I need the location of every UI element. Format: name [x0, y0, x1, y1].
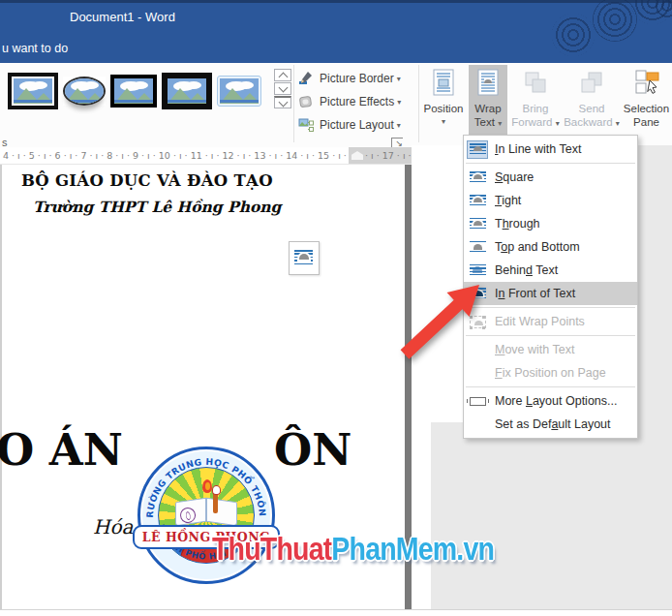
- doc-header-line2: Trường THPT Lê Hồng Phong: [33, 198, 281, 216]
- tight-icon: [468, 193, 487, 209]
- dropdown-arrow-icon: ▾: [556, 119, 560, 128]
- picture-style-soft-edge-rectangle[interactable]: [217, 76, 261, 107]
- bring-forward-button: Bring Forward ▾: [509, 65, 562, 140]
- picture-style-frame: [8, 73, 58, 109]
- menu-separator: [466, 163, 635, 164]
- gallery-scroll-controls: [274, 69, 291, 109]
- doc-subject-text: Hóa: [93, 515, 133, 539]
- selection-pane-label-1: Selection: [621, 102, 672, 115]
- landscape-preview-image: [220, 78, 259, 104]
- position-button[interactable]: Position ▾: [420, 65, 467, 140]
- right-indent-marker[interactable]: [351, 151, 363, 160]
- picture-style-metal-oval[interactable]: [63, 77, 106, 106]
- picture-style-frame: [162, 73, 212, 109]
- menu-item-label: More Layout Options...: [495, 394, 617, 408]
- horizontal-ruler[interactable]: 4 · ı · 5 · ı · 6 · ı · 7 · ı · 8 · ı · …: [0, 147, 419, 165]
- send-backward-label-1: Send: [564, 102, 620, 115]
- chevron-up-icon: [279, 73, 289, 82]
- landscape-preview-image: [114, 78, 153, 104]
- menu-item-label: In Line with Text: [495, 142, 581, 156]
- selection-pane-button[interactable]: Selection Pane: [621, 65, 672, 140]
- more-layout-options-icon: [468, 393, 487, 410]
- bring-forward-label-1: Bring: [509, 102, 562, 115]
- wrap-text-icon: [469, 69, 507, 102]
- status-bar: [0, 609, 672, 616]
- menu-item-through[interactable]: Through: [464, 212, 637, 235]
- menu-icon-spacer: [468, 416, 487, 433]
- picture-style-simple-frame-white[interactable]: [8, 73, 58, 109]
- wrap-text-mini-icon: [294, 250, 313, 264]
- bring-forward-icon: [509, 69, 562, 102]
- picture-border-icon: [298, 71, 314, 86]
- menu-item-more-layout-options[interactable]: More Layout Options...: [464, 389, 637, 413]
- gallery-more-button[interactable]: [274, 96, 291, 108]
- ruler-margin-area: · ı · 17 · ı · 18 ·: [349, 147, 419, 164]
- titlebar: Document1 - Word u want to do: [0, 0, 672, 63]
- picture-style-double-frame-black[interactable]: [110, 75, 157, 108]
- in-line-with-text-icon: [468, 141, 487, 158]
- site-watermark: ThuThuatPhanMem.vn: [212, 530, 494, 568]
- picture-style-frame: [217, 76, 261, 107]
- picture-effects-label: Picture Effects: [320, 95, 394, 108]
- svg-text:TRƯỜNG TRUNG HỌC PHỔ THÔNG: TRƯỜNG TRUNG HỌC PHỔ THÔNG: [137, 447, 268, 518]
- layout-options-float-button[interactable]: [289, 241, 320, 275]
- menu-item-label: Edit Wrap Points: [495, 315, 585, 328]
- picture-style-simple-frame-black[interactable]: [162, 73, 212, 109]
- menu-item-label: Behind Text: [495, 263, 558, 277]
- tell-me-box-partial[interactable]: u want to do: [2, 42, 68, 55]
- picture-border-button[interactable]: Picture Border ▾: [298, 69, 401, 88]
- selection-pane-label-2: Pane: [621, 115, 672, 129]
- send-backward-icon: [564, 69, 620, 102]
- selection-pane-icon: [621, 69, 672, 102]
- ribbon-separator: [418, 65, 419, 142]
- menu-item-in-line-with-text[interactable]: In Line with Text: [464, 138, 637, 161]
- menu-item-square[interactable]: Square: [464, 166, 637, 189]
- menu-item-label: Top and Bottom: [495, 240, 580, 254]
- window-title: Document1 - Word: [70, 10, 175, 24]
- wrap-text-button[interactable]: Wrap Text ▾: [469, 65, 507, 140]
- send-backward-label-2: Backward: [564, 116, 613, 128]
- picture-style-frame: [110, 75, 157, 108]
- landscape-preview-image: [168, 78, 206, 104]
- red-annotation-arrow: [390, 269, 497, 376]
- square-icon: [468, 169, 487, 186]
- picture-layout-icon: [298, 117, 314, 133]
- picture-effects-button[interactable]: Picture Effects ▾: [298, 92, 401, 111]
- landscape-preview-image: [14, 78, 52, 104]
- ruler-ticks-left: 4 · ı · 5 · ı · 6 · ı · 7 · ı · 8 · ı · …: [3, 150, 349, 161]
- menu-item-label: Move with Text: [495, 343, 574, 356]
- watermark-red-part: ThuThuat: [212, 530, 331, 567]
- picture-border-label: Picture Border: [320, 72, 394, 85]
- word-window: Document1 - Word u want to do: [0, 0, 672, 616]
- menu-item-label: Through: [495, 217, 540, 231]
- through-icon: [468, 216, 487, 232]
- menu-item-label: Tight: [495, 194, 521, 207]
- chevron-down-icon: [279, 98, 289, 108]
- doc-big-text-right: ÔN: [274, 424, 351, 476]
- wrap-text-label-2: Text: [474, 116, 495, 128]
- menu-item-label: Square: [495, 170, 534, 184]
- decorative-circles-icon: [593, 0, 637, 42]
- menu-item-label: Set as Default Layout: [495, 417, 611, 431]
- position-icon: [420, 69, 467, 102]
- dropdown-arrow-icon: ▾: [397, 121, 401, 130]
- menu-separator: [466, 386, 635, 387]
- top-and-bottom-icon: [468, 239, 487, 256]
- wrap-text-label-1: Wrap: [469, 102, 507, 115]
- bring-forward-label-2: Forward: [511, 116, 552, 128]
- menu-item-label: Fix Position on Page: [495, 366, 606, 380]
- send-backward-button: Send Backward ▾: [564, 65, 620, 140]
- ribbon-separator: [293, 65, 294, 142]
- picture-layout-label: Picture Layout: [320, 118, 394, 132]
- picture-layout-button[interactable]: Picture Layout ▾: [298, 115, 401, 135]
- dropdown-arrow-icon: ▾: [498, 119, 502, 128]
- menu-item-set-as-default-layout[interactable]: Set as Default Layout: [464, 413, 637, 436]
- gallery-scroll-down-button[interactable]: [274, 82, 291, 95]
- landscape-preview-image: [65, 78, 104, 104]
- chevron-down-icon: [279, 83, 289, 93]
- gallery-scroll-up-button[interactable]: [274, 69, 291, 81]
- menu-item-tight[interactable]: Tight: [464, 189, 637, 212]
- watermark-blue-part: PhanMem.vn: [331, 530, 494, 567]
- menu-item-top-and-bottom[interactable]: Top and Bottom: [464, 235, 637, 259]
- dropdown-arrow-icon: ▾: [397, 75, 401, 83]
